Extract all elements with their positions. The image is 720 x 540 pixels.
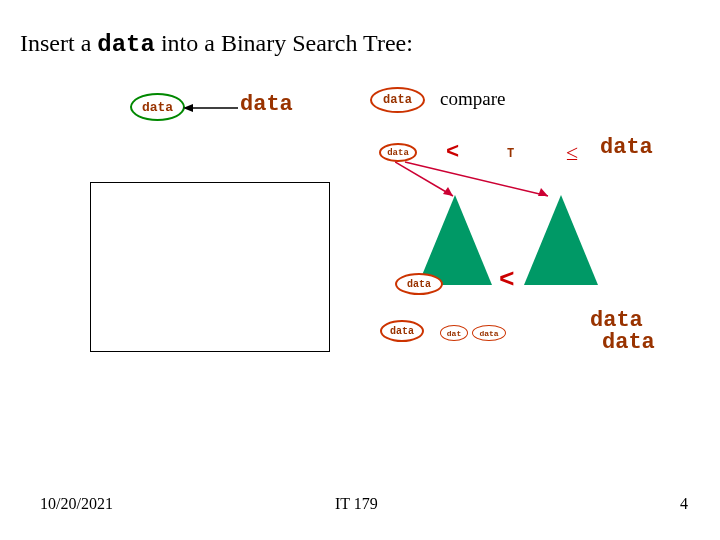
bottom-node-1: data [380,320,424,342]
svg-marker-1 [183,104,193,112]
title-mono: data [97,31,155,58]
bottom-small-2-label: data [479,329,498,338]
footer-page: 4 [680,495,688,513]
title-prefix: Insert a [20,30,97,56]
bottom-small-2: data [472,325,506,341]
root-node-label: data [383,93,412,107]
left-subtree-triangle [418,195,492,285]
small-root-label: data [387,148,409,158]
right-data-big: data [600,135,653,160]
bottom-node-1-label: data [390,326,414,337]
bottom-small-1-label: dat [447,329,461,338]
svg-line-4 [405,162,548,196]
right-stack-2: data [602,330,655,355]
mid-data-label: data [407,279,431,290]
mid-data-node: data [395,273,443,295]
bottom-small-1: dat [440,325,468,341]
title-suffix: into a Binary Search Tree: [155,30,413,56]
new-data-node: data [130,93,185,121]
footer-date: 10/20/2021 [40,495,113,513]
mid-less-than: < [499,265,515,295]
t-label: T [507,147,514,161]
right-subtree-triangle [524,195,598,285]
pseudocode-box [90,182,330,352]
new-data-label: data [142,100,173,115]
compare-label: compare [440,88,505,110]
big-data-label: data [240,92,293,117]
page-title: Insert a data into a Binary Search Tree: [20,30,413,58]
footer-center: IT 179 [335,495,378,513]
arrow-to-newdata [183,103,238,113]
root-node: data [370,87,425,113]
